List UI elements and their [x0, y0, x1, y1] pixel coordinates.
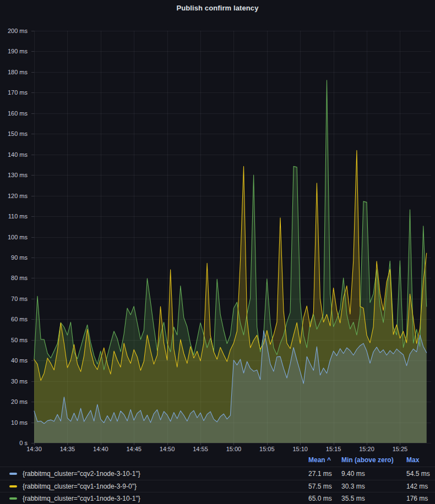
- legend-header: Mean ^ Min (above zero) Max: [0, 454, 435, 467]
- y-tick-label: 20 ms: [0, 398, 28, 405]
- y-tick-label: 180 ms: [0, 69, 28, 75]
- grafana-panel: Publish confirm latency 0 s10 ms20 ms30 …: [0, 0, 435, 504]
- y-tick-label: 170 ms: [0, 89, 28, 96]
- x-tick-label: 14:40: [89, 445, 113, 453]
- y-tick-label: 140 ms: [0, 151, 28, 158]
- x-tick-label: 14:45: [122, 445, 146, 453]
- y-tick-label: 30 ms: [0, 378, 28, 385]
- y-tick-label: 10 ms: [0, 419, 28, 426]
- x-tick-label: 15:25: [388, 445, 412, 453]
- y-tick-label: 100 ms: [0, 234, 28, 240]
- y-tick-label: 130 ms: [0, 172, 28, 178]
- series-color-swatch[interactable]: [9, 473, 17, 475]
- legend-row: {rabbitmq_cluster="cqv2-1node-3-10-1"} 2…: [0, 467, 435, 480]
- y-tick-label: 90 ms: [0, 254, 28, 261]
- stat-max: 54.5 ms: [406, 470, 430, 478]
- y-tick-label: 40 ms: [0, 357, 28, 364]
- series-color-swatch[interactable]: [9, 485, 17, 487]
- y-tick-label: 190 ms: [0, 48, 28, 54]
- series-label[interactable]: {rabbitmq_cluster="cqv1-1node-3-9-0"}: [23, 483, 137, 490]
- legend-column-min[interactable]: Min (above zero): [341, 456, 394, 464]
- y-tick-label: 50 ms: [0, 337, 28, 343]
- y-tick-label: 70 ms: [0, 295, 28, 302]
- y-tick-label: 110 ms: [0, 213, 28, 220]
- stat-min: 35.5 ms: [341, 495, 365, 502]
- x-tick-label: 15:10: [288, 445, 312, 453]
- x-tick-label: 14:50: [155, 445, 180, 453]
- stat-mean: 65.0 ms: [308, 495, 332, 502]
- y-tick-label: 150 ms: [0, 130, 28, 137]
- x-tick-label: 14:55: [188, 445, 213, 453]
- stat-mean: 27.1 ms: [308, 470, 332, 478]
- y-tick-label: 60 ms: [0, 316, 28, 322]
- latency-timeseries-chart[interactable]: [0, 0, 435, 504]
- legend-row: {rabbitmq_cluster="cqv1-1node-3-10-1"} 6…: [0, 492, 435, 504]
- stat-min: 9.40 ms: [341, 470, 365, 478]
- legend-column-max[interactable]: Max: [406, 456, 419, 464]
- series-label[interactable]: {rabbitmq_cluster="cqv2-1node-3-10-1"}: [23, 470, 140, 478]
- legend-row: {rabbitmq_cluster="cqv1-1node-3-9-0"} 57…: [0, 480, 435, 492]
- y-tick-label: 200 ms: [0, 28, 28, 34]
- x-tick-label: 15:15: [322, 445, 346, 453]
- stat-max: 176 ms: [406, 495, 428, 502]
- series-label[interactable]: {rabbitmq_cluster="cqv1-1node-3-10-1"}: [23, 495, 140, 502]
- series-color-swatch[interactable]: [9, 497, 17, 500]
- x-tick-label: 14:35: [55, 445, 79, 453]
- x-tick-label: 14:30: [22, 445, 46, 453]
- x-tick-label: 15:20: [355, 445, 379, 453]
- y-tick-label: 120 ms: [0, 193, 28, 199]
- x-tick-label: 15:05: [255, 445, 279, 453]
- y-tick-label: 80 ms: [0, 275, 28, 281]
- stat-max: 142 ms: [406, 483, 428, 490]
- x-tick-label: 15:00: [221, 445, 246, 453]
- stat-mean: 57.5 ms: [308, 483, 332, 490]
- legend-column-mean-sorted[interactable]: Mean ^: [308, 456, 331, 464]
- stat-min: 30.3 ms: [341, 483, 365, 490]
- y-tick-label: 160 ms: [0, 110, 28, 117]
- legend-table: Mean ^ Min (above zero) Max {rabbitmq_cl…: [0, 454, 435, 504]
